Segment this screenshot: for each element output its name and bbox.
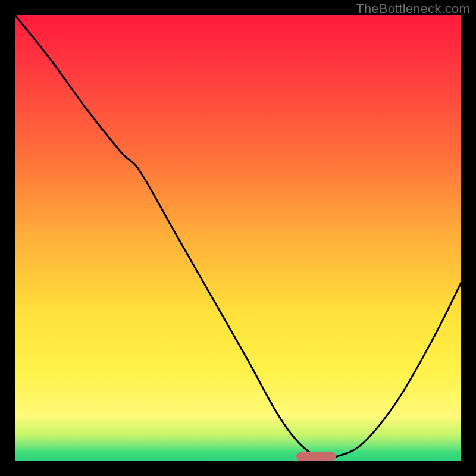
chart-plot-area xyxy=(15,15,461,461)
chart-frame: TheBottleneck.com xyxy=(0,0,476,476)
watermark-text: TheBottleneck.com xyxy=(356,1,470,17)
bottleneck-curve xyxy=(15,15,461,461)
optimal-marker xyxy=(296,452,337,461)
